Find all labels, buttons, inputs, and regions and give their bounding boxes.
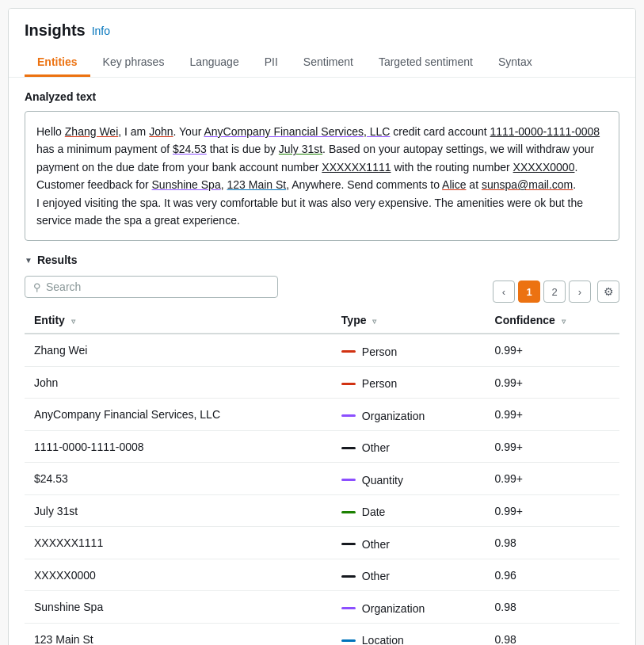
cell-type: Organization <box>332 591 486 624</box>
text-11: , Anywhere. Send comments to <box>286 178 442 191</box>
cell-entity: XXXXXX1111 <box>25 527 332 559</box>
text-5: that is due by <box>207 143 279 155</box>
cell-type: Organization <box>332 399 486 431</box>
table-row: XXXXXX1111 Other 0.98 <box>25 527 619 559</box>
cell-entity: AnyCompany Financial Services, LLC <box>25 399 332 431</box>
entity-routing: XXXXX0000 <box>513 161 575 174</box>
results-section: ▼ Results ⚲ ‹ 1 2 › ⚙ <box>25 254 619 645</box>
tab-syntax[interactable]: Syntax <box>486 49 545 77</box>
tab-entities[interactable]: Entities <box>25 49 90 77</box>
text-12: at <box>466 178 481 191</box>
main-container: Insights Info Entities Key phrases Langu… <box>8 8 636 645</box>
results-header[interactable]: ▼ Results <box>25 254 619 266</box>
cell-confidence: 0.99+ <box>486 430 619 463</box>
cell-type: Date <box>332 494 486 527</box>
type-dash-icon <box>341 350 356 353</box>
text-4: has a minimum payment of <box>36 143 173 155</box>
col-confidence-label: Confidence <box>495 314 555 326</box>
entity-account-number: XXXXXX1111 <box>322 161 391 174</box>
table-row: Zhang Wei Person 0.99+ <box>25 334 619 366</box>
text-7: with the routing number <box>391 161 513 174</box>
type-label: Other <box>362 538 390 551</box>
entity-address: 123 Main St <box>227 178 286 191</box>
entity-date: July 31st <box>279 143 322 155</box>
cell-confidence: 0.99+ <box>486 463 619 495</box>
info-link[interactable]: Info <box>92 25 110 37</box>
cell-confidence: 0.99+ <box>486 494 619 527</box>
cell-entity: $24.53 <box>25 463 332 495</box>
cell-entity: July 31st <box>25 494 332 527</box>
table-row: XXXXX0000 Other 0.96 <box>25 559 619 591</box>
entity-amount: $24.53 <box>173 143 207 155</box>
type-dash-icon <box>341 511 356 513</box>
cell-confidence: 0.99+ <box>486 366 619 399</box>
text-8: . <box>574 161 577 174</box>
type-label: Person <box>362 377 397 390</box>
col-header-confidence[interactable]: Confidence ▿ <box>486 307 619 334</box>
type-label: Date <box>362 506 386 518</box>
type-dash-icon <box>341 479 356 481</box>
table-row: 1111-0000-1111-0008 Other 0.99+ <box>25 430 619 463</box>
cell-entity: Zhang Wei <box>25 334 332 366</box>
type-label: Location <box>362 634 404 645</box>
col-entity-label: Entity <box>34 314 65 326</box>
col-header-entity[interactable]: Entity ▿ <box>25 307 332 334</box>
col-header-type[interactable]: Type ▿ <box>332 307 486 334</box>
cell-type: Person <box>332 366 486 399</box>
table-row: John Person 0.99+ <box>25 366 619 399</box>
header-title-row: Insights Info <box>25 21 619 40</box>
tab-language[interactable]: Language <box>177 49 251 77</box>
table-header-row: Entity ▿ Type ▿ Confidence ▿ <box>25 307 619 334</box>
text-9: Customer feedback for <box>36 178 152 191</box>
type-label: Person <box>362 345 397 358</box>
cell-entity: John <box>25 366 332 399</box>
type-dash-icon <box>341 639 356 642</box>
type-dash-icon <box>341 607 356 609</box>
cell-type: Location <box>332 623 486 645</box>
cell-confidence: 0.98 <box>486 623 619 645</box>
entity-card-number: 1111-0000-1111-0008 <box>490 125 600 138</box>
analyzed-text-label: Analyzed text <box>25 90 619 103</box>
col-type-label: Type <box>341 314 367 326</box>
page-1-button[interactable]: 1 <box>518 281 540 303</box>
page-title: Insights <box>25 21 86 40</box>
entity-sunshine-spa: Sunshine Spa <box>152 178 221 191</box>
type-label: Organization <box>362 410 425 422</box>
cell-confidence: 0.99+ <box>486 399 619 431</box>
search-icon: ⚲ <box>33 281 41 293</box>
tab-sentiment[interactable]: Sentiment <box>291 49 366 77</box>
prev-page-button[interactable]: ‹ <box>493 281 515 303</box>
type-dash-icon <box>341 447 356 449</box>
cell-entity: XXXXX0000 <box>25 559 332 591</box>
entity-email: sunspa@mail.com <box>482 178 573 191</box>
entity-alice: Alice <box>442 178 466 191</box>
text-2: . Your <box>173 125 204 138</box>
tab-targeted-sentiment[interactable]: Targeted sentiment <box>366 49 486 77</box>
cell-entity: 123 Main St <box>25 623 332 645</box>
type-dash-icon <box>341 575 356 578</box>
cell-type: Quantity <box>332 463 486 495</box>
page-header: Insights Info Entities Key phrases Langu… <box>9 9 635 78</box>
cell-confidence: 0.98 <box>486 591 619 624</box>
cell-type: Person <box>332 334 486 366</box>
main-content: Analyzed text Hello Zhang Wei, I am John… <box>9 78 635 645</box>
table-row: Sunshine Spa Organization 0.98 <box>25 591 619 624</box>
results-table: Entity ▿ Type ▿ Confidence ▿ <box>25 307 619 645</box>
next-page-button[interactable]: › <box>569 281 591 303</box>
search-bar[interactable]: ⚲ <box>25 276 278 298</box>
page-2-button[interactable]: 2 <box>543 281 566 303</box>
sort-type-icon: ▿ <box>372 317 376 326</box>
entity-anycompany: AnyCompany Financial Services, LLC <box>204 125 390 138</box>
cell-type: Other <box>332 559 486 591</box>
search-input[interactable] <box>46 281 269 293</box>
settings-button[interactable]: ⚙ <box>597 281 619 303</box>
pagination-controls: ‹ 1 2 › ⚙ <box>493 281 619 303</box>
sort-confidence-icon: ▿ <box>562 317 566 326</box>
tabs-container: Entities Key phrases Language PII Sentim… <box>25 49 619 77</box>
cell-entity: Sunshine Spa <box>25 591 332 624</box>
cell-confidence: 0.99+ <box>486 334 619 366</box>
type-dash-icon <box>341 414 356 417</box>
tab-key-phrases[interactable]: Key phrases <box>90 49 177 77</box>
tab-pii[interactable]: PII <box>252 49 291 77</box>
cell-entity: 1111-0000-1111-0008 <box>25 430 332 463</box>
